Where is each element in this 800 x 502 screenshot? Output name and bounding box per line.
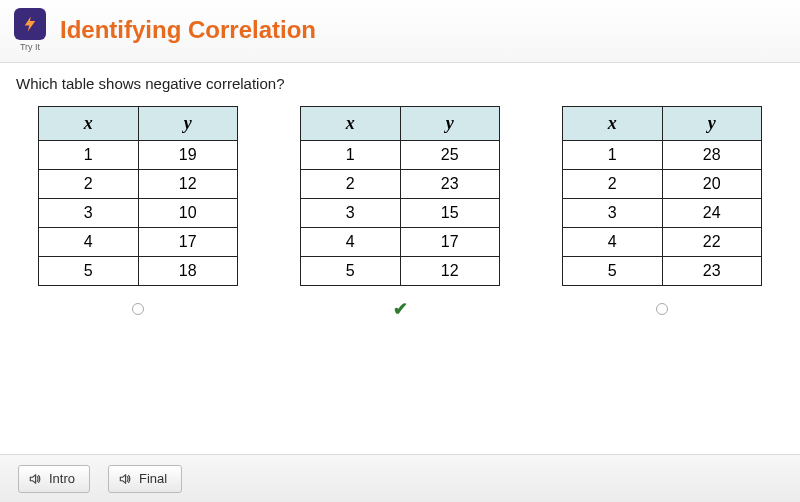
tryit-badge: Try It <box>14 8 46 52</box>
table-row: 315 <box>301 199 500 228</box>
table-row: 512 <box>301 257 500 286</box>
option-3[interactable]: x y 128 220 324 422 523 <box>554 106 770 318</box>
tryit-label: Try It <box>20 42 40 52</box>
final-button[interactable]: Final <box>108 465 182 493</box>
table-row: 223 <box>301 170 500 199</box>
table-row: 523 <box>563 257 762 286</box>
header: Try It Identifying Correlation <box>0 0 800 63</box>
col-x: x <box>301 107 401 141</box>
checkmark-icon: ✔ <box>393 298 408 320</box>
col-y: y <box>400 107 500 141</box>
table-1: x y 119 212 310 417 518 <box>38 106 238 286</box>
tables-row: x y 119 212 310 417 518 x y 125 223 315 … <box>0 96 800 318</box>
col-x: x <box>563 107 663 141</box>
speaker-icon <box>27 471 43 487</box>
option-1-radio[interactable] <box>132 300 144 318</box>
table-row: 128 <box>563 141 762 170</box>
page-title: Identifying Correlation <box>60 16 316 44</box>
radio-icon <box>656 303 668 315</box>
footer: Intro Final <box>0 454 800 502</box>
table-row: 417 <box>301 228 500 257</box>
intro-button[interactable]: Intro <box>18 465 90 493</box>
table-row: 422 <box>563 228 762 257</box>
table-3: x y 128 220 324 422 523 <box>562 106 762 286</box>
speaker-icon <box>117 471 133 487</box>
table-row: 417 <box>39 228 238 257</box>
lightning-icon <box>14 8 46 40</box>
table-2: x y 125 223 315 417 512 <box>300 106 500 286</box>
option-2-radio[interactable]: ✔ <box>393 300 408 318</box>
option-3-radio[interactable] <box>656 300 668 318</box>
question-text: Which table shows negative correlation? <box>0 63 800 96</box>
table-row: 125 <box>301 141 500 170</box>
table-row: 310 <box>39 199 238 228</box>
col-y: y <box>662 107 762 141</box>
option-1[interactable]: x y 119 212 310 417 518 <box>30 106 246 318</box>
table-row: 212 <box>39 170 238 199</box>
option-2[interactable]: x y 125 223 315 417 512 ✔ <box>292 106 508 318</box>
intro-label: Intro <box>49 471 75 486</box>
table-row: 518 <box>39 257 238 286</box>
table-row: 324 <box>563 199 762 228</box>
col-x: x <box>39 107 139 141</box>
final-label: Final <box>139 471 167 486</box>
table-row: 119 <box>39 141 238 170</box>
col-y: y <box>138 107 238 141</box>
radio-icon <box>132 303 144 315</box>
table-row: 220 <box>563 170 762 199</box>
